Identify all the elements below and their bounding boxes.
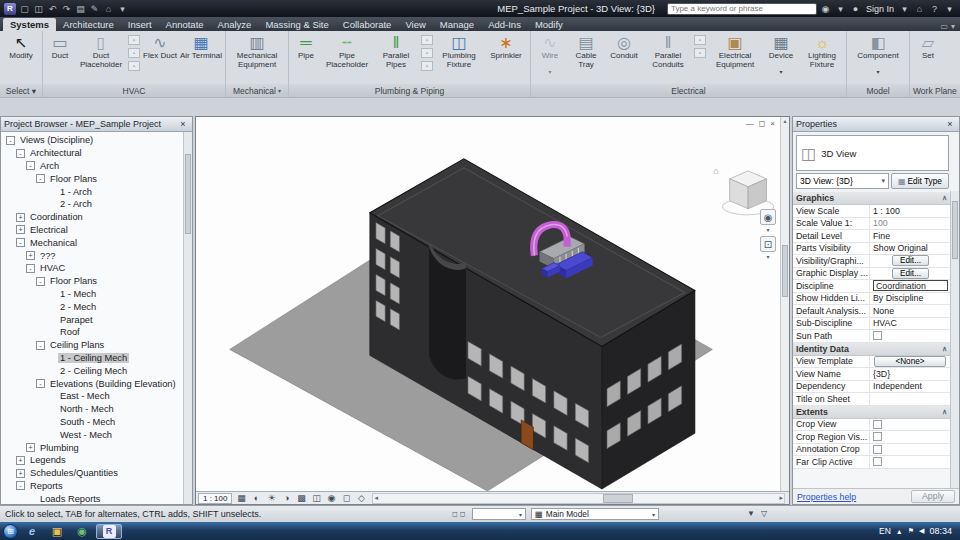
expander-icon[interactable]: - [26, 264, 35, 273]
tree-item[interactable]: 1 - Mech [1, 288, 192, 301]
flex-pipe-icon[interactable]: ▫ [421, 61, 433, 71]
model-3d-view[interactable]: ⌂ [196, 117, 789, 491]
pipe-placeholder-button[interactable]: ╌Pipe Placeholder [322, 32, 372, 83]
worksets-combo[interactable]: ▾ [472, 508, 526, 520]
sign-in-dropdown-icon[interactable]: ▾ [898, 4, 911, 14]
restore-icon[interactable]: ◻ [759, 119, 766, 128]
checkbox[interactable] [873, 457, 882, 466]
communication-center-icon[interactable]: ⌂ [913, 4, 926, 14]
device-button[interactable]: ▦Device▾ [763, 32, 799, 83]
view-template-button[interactable]: <None> [874, 356, 946, 367]
property-value[interactable]: Fine [869, 230, 950, 242]
apply-button[interactable]: Apply [911, 490, 955, 503]
properties-header[interactable]: Properties × [793, 117, 959, 132]
tree-item[interactable]: -Views (Discipline) [1, 134, 192, 147]
crop-view-icon[interactable]: ◫ [310, 493, 322, 503]
tree-item[interactable]: +??? [1, 249, 192, 262]
steering-wheel-button[interactable]: ◉ [760, 209, 776, 225]
expander-icon[interactable]: - [16, 481, 25, 490]
tree-item[interactable]: North - Mech [1, 403, 192, 416]
tab-analyze[interactable]: Analyze [211, 18, 259, 31]
scroll-up-icon[interactable]: ▴ [783, 118, 786, 124]
electrical-equipment-button[interactable]: ▣Electrical Equipment [708, 32, 762, 83]
tree-item[interactable]: 2 - Arch [1, 198, 192, 211]
project-browser-scrollbar[interactable] [183, 132, 192, 504]
detail-level-icon[interactable]: ▦ [235, 493, 247, 503]
start-button[interactable]: ⊞ [3, 524, 18, 539]
duct-fitting-icon[interactable]: ▫ [128, 35, 140, 45]
cable-tray-fitting-icon[interactable]: ▫ [694, 35, 706, 45]
air-terminal-button[interactable]: ▦Air Terminal [179, 32, 223, 83]
tab-architecture[interactable]: Architecture [56, 18, 121, 31]
filter-icon[interactable]: ▼ [747, 509, 755, 518]
tab-modify[interactable]: Modify [528, 18, 570, 31]
parallel-pipes-button[interactable]: ‖Parallel Pipes [373, 32, 419, 83]
close-view-icon[interactable]: × [770, 119, 775, 128]
tab-systems[interactable]: Systems [3, 18, 56, 31]
worksets-icon[interactable]: ◻ [452, 510, 458, 518]
scrollbar-thumb[interactable] [952, 201, 958, 259]
show-crop-region-icon[interactable]: ◉ [325, 493, 337, 503]
tree-item[interactable]: +Legends [1, 454, 192, 467]
undo-icon[interactable]: ↶ [46, 4, 59, 14]
property-value[interactable] [869, 393, 950, 405]
expander-icon[interactable]: - [16, 238, 25, 247]
tree-item[interactable]: -Reports [1, 480, 192, 493]
tree-item[interactable]: 1 - Arch [1, 185, 192, 198]
tree-item[interactable]: 2 - Mech [1, 300, 192, 313]
tree-item[interactable]: -HVAC [1, 262, 192, 275]
expander-icon[interactable]: + [26, 251, 35, 260]
tab-add-ins[interactable]: Add-Ins [481, 18, 528, 31]
tree-item[interactable]: 2 - Ceiling Mech [1, 364, 192, 377]
tree-item[interactable]: East - Mech [1, 390, 192, 403]
minimize-icon[interactable]: — [746, 119, 754, 128]
scroll-left-icon[interactable]: ◂ [374, 494, 378, 502]
duct-placeholder-button[interactable]: ▯Duct Placeholder [76, 32, 126, 83]
help-icon[interactable]: ? [928, 4, 941, 14]
qat-dropdown-icon[interactable]: ▾ [116, 4, 129, 14]
property-value[interactable]: Show Original [869, 243, 950, 255]
horizontal-scrollbar[interactable]: ◂ ▸ [372, 493, 785, 504]
exchange-icon[interactable]: ◉ [819, 4, 832, 14]
expander-icon[interactable]: - [36, 379, 45, 388]
lighting-fixture-button[interactable]: ☼Lighting Fixture [800, 32, 844, 83]
tree-item[interactable]: South - Mech [1, 416, 192, 429]
conduit-button[interactable]: ◎Conduit [605, 32, 643, 83]
tree-item[interactable]: Roof [1, 326, 192, 339]
language-indicator[interactable]: EN [879, 526, 891, 536]
vertical-scrollbar[interactable]: ▴ [780, 117, 789, 491]
tree-item[interactable]: Parapet [1, 313, 192, 326]
expander-icon[interactable]: + [16, 225, 25, 234]
collapse-icon[interactable]: ∧ [942, 194, 947, 202]
sprinkler-button[interactable]: ∗Sprinkler [484, 32, 528, 83]
convert-to-flex-duct-icon[interactable]: ▫ [128, 61, 140, 71]
tab-annotate[interactable]: Annotate [159, 18, 211, 31]
duct-button[interactable]: ▭Duct [45, 32, 75, 83]
print-icon[interactable]: ▤ [74, 4, 87, 14]
app-icon[interactable]: R [4, 3, 16, 15]
explorer-folder-icon[interactable]: ▣ [46, 524, 68, 539]
wire-button[interactable]: ∿Wire▾ [533, 32, 567, 83]
tree-item[interactable]: -Architectural [1, 147, 192, 160]
plumbing-fixture-button[interactable]: ◫Plumbing Fixture [435, 32, 483, 83]
view-canvas[interactable]: ⌂ — ◻ × ◉ ▾ ⊡ ▾ ▴ [196, 117, 789, 491]
pipe-fitting-icon[interactable]: ▫ [421, 35, 433, 45]
tree-item[interactable]: -Floor Plans [1, 275, 192, 288]
set-work-plane-button[interactable]: ▱Set [912, 32, 944, 83]
collapse-icon[interactable]: ∧ [942, 408, 947, 416]
save-icon[interactable]: ◫ [32, 4, 45, 14]
tree-item[interactable]: -Arch [1, 160, 192, 173]
checkbox[interactable] [873, 331, 882, 340]
zoom-button[interactable]: ⊡ [760, 236, 776, 252]
type-combo[interactable]: 3D View: {3D} ▾ [796, 173, 889, 189]
discipline-value-editing[interactable]: Coordination [873, 280, 948, 291]
viewcube[interactable]: ⌂ [713, 166, 773, 215]
close-icon[interactable]: × [944, 119, 956, 129]
section-header-extents[interactable]: Extents∧ [793, 406, 950, 419]
steering-wheel-dropdown-icon[interactable]: ▾ [766, 228, 769, 233]
properties-help-link[interactable]: Properties help [797, 492, 856, 502]
expander-icon[interactable]: - [36, 277, 45, 286]
show-hidden-icons[interactable]: ▲ [896, 528, 903, 535]
ribbon-display-toggle[interactable]: ▭▾ [935, 22, 960, 31]
reveal-hidden-elements-icon[interactable]: ◇ [355, 493, 367, 503]
